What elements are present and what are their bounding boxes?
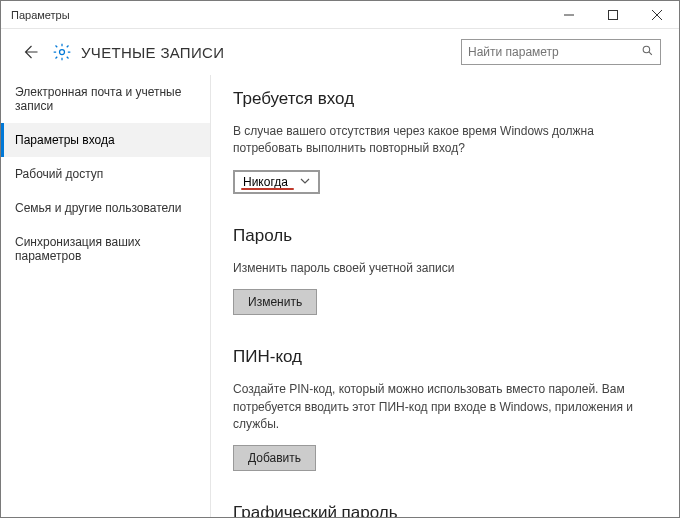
section-password: Пароль Изменить пароль своей учетной зап… bbox=[233, 226, 657, 315]
dropdown-value: Никогда bbox=[243, 175, 288, 189]
section-heading: Пароль bbox=[233, 226, 657, 246]
section-heading: Графический пароль bbox=[233, 503, 657, 517]
section-pin: ПИН-код Создайте PIN-код, который можно … bbox=[233, 347, 657, 471]
maximize-button[interactable] bbox=[591, 1, 635, 29]
section-text: Изменить пароль своей учетной записи bbox=[233, 260, 633, 277]
sidebar-item-label: Параметры входа bbox=[15, 133, 115, 147]
header: УЧЕТНЫЕ ЗАПИСИ bbox=[1, 29, 679, 75]
signin-timeout-dropdown[interactable]: Никогда bbox=[233, 170, 320, 194]
sidebar-item-label: Рабочий доступ bbox=[15, 167, 103, 181]
content: Требуется вход В случае вашего отсутстви… bbox=[211, 75, 679, 517]
section-heading: Требуется вход bbox=[233, 89, 657, 109]
minimize-button[interactable] bbox=[547, 1, 591, 29]
sidebar-item-family[interactable]: Семья и другие пользователи bbox=[1, 191, 210, 225]
titlebar: Параметры bbox=[1, 1, 679, 29]
svg-rect-0 bbox=[609, 10, 618, 19]
window-title: Параметры bbox=[1, 9, 547, 21]
add-pin-button[interactable]: Добавить bbox=[233, 445, 316, 471]
chevron-down-icon bbox=[300, 175, 310, 189]
svg-point-1 bbox=[60, 50, 65, 55]
sidebar-item-email-accounts[interactable]: Электронная почта и учетные записи bbox=[1, 75, 210, 123]
page-title: УЧЕТНЫЕ ЗАПИСИ bbox=[81, 44, 461, 61]
sidebar-item-label: Семья и другие пользователи bbox=[15, 201, 182, 215]
close-button[interactable] bbox=[635, 1, 679, 29]
sidebar-item-signin-options[interactable]: Параметры входа bbox=[1, 123, 210, 157]
back-button[interactable] bbox=[19, 41, 41, 63]
section-picture-password: Графический пароль Вход в Windows с помо… bbox=[233, 503, 657, 517]
sidebar-item-label: Электронная почта и учетные записи bbox=[15, 85, 181, 113]
section-text: В случае вашего отсутствия через какое в… bbox=[233, 123, 633, 158]
sidebar-item-work-access[interactable]: Рабочий доступ bbox=[1, 157, 210, 191]
sidebar-item-label: Синхронизация ваших параметров bbox=[15, 235, 141, 263]
section-heading: ПИН-код bbox=[233, 347, 657, 367]
search-box[interactable] bbox=[461, 39, 661, 65]
svg-point-2 bbox=[643, 46, 650, 53]
sidebar: Электронная почта и учетные записи Парам… bbox=[1, 75, 211, 517]
gear-icon bbox=[51, 41, 73, 63]
window-controls bbox=[547, 1, 679, 29]
section-text: Создайте PIN-код, который можно использо… bbox=[233, 381, 633, 433]
change-password-button[interactable]: Изменить bbox=[233, 289, 317, 315]
sidebar-item-sync[interactable]: Синхронизация ваших параметров bbox=[1, 225, 210, 273]
search-icon bbox=[641, 43, 654, 61]
section-signin-required: Требуется вход В случае вашего отсутстви… bbox=[233, 89, 657, 194]
body: Электронная почта и учетные записи Парам… bbox=[1, 75, 679, 517]
highlight-mark bbox=[241, 188, 294, 190]
search-input[interactable] bbox=[468, 45, 638, 59]
